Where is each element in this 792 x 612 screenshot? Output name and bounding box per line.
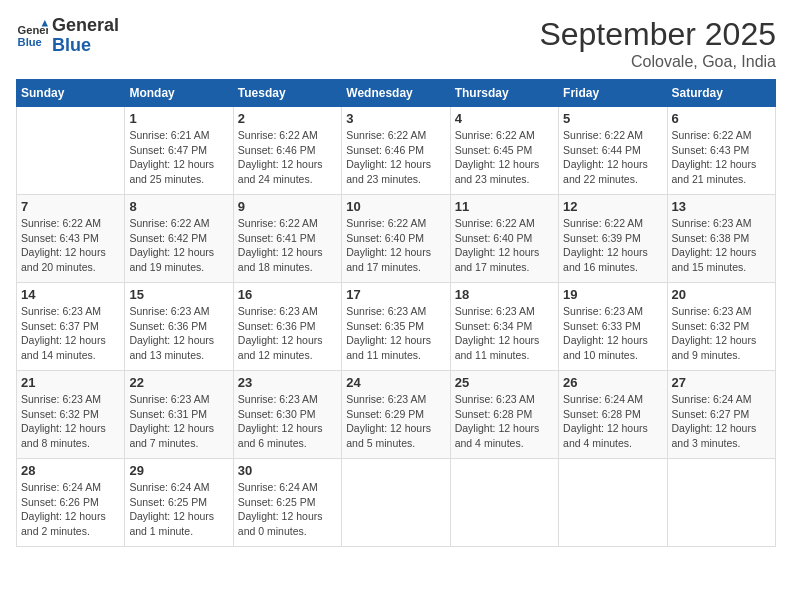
day-info: Sunrise: 6:24 AM Sunset: 6:26 PM Dayligh… [21,480,120,539]
day-number: 5 [563,111,662,126]
day-number: 30 [238,463,337,478]
calendar-cell: 24Sunrise: 6:23 AM Sunset: 6:29 PM Dayli… [342,371,450,459]
weekday-header-sunday: Sunday [17,80,125,107]
calendar-cell: 15Sunrise: 6:23 AM Sunset: 6:36 PM Dayli… [125,283,233,371]
day-number: 6 [672,111,771,126]
calendar-cell [559,459,667,547]
calendar-cell: 27Sunrise: 6:24 AM Sunset: 6:27 PM Dayli… [667,371,775,459]
calendar-cell [17,107,125,195]
week-row-4: 21Sunrise: 6:23 AM Sunset: 6:32 PM Dayli… [17,371,776,459]
day-number: 7 [21,199,120,214]
calendar-cell: 28Sunrise: 6:24 AM Sunset: 6:26 PM Dayli… [17,459,125,547]
day-number: 15 [129,287,228,302]
day-number: 8 [129,199,228,214]
calendar-cell [667,459,775,547]
day-info: Sunrise: 6:23 AM Sunset: 6:29 PM Dayligh… [346,392,445,451]
calendar-cell: 5Sunrise: 6:22 AM Sunset: 6:44 PM Daylig… [559,107,667,195]
day-info: Sunrise: 6:23 AM Sunset: 6:28 PM Dayligh… [455,392,554,451]
day-info: Sunrise: 6:23 AM Sunset: 6:32 PM Dayligh… [672,304,771,363]
calendar-cell: 17Sunrise: 6:23 AM Sunset: 6:35 PM Dayli… [342,283,450,371]
calendar-cell: 21Sunrise: 6:23 AM Sunset: 6:32 PM Dayli… [17,371,125,459]
calendar-cell: 20Sunrise: 6:23 AM Sunset: 6:32 PM Dayli… [667,283,775,371]
calendar-cell: 3Sunrise: 6:22 AM Sunset: 6:46 PM Daylig… [342,107,450,195]
day-number: 20 [672,287,771,302]
day-info: Sunrise: 6:22 AM Sunset: 6:46 PM Dayligh… [346,128,445,187]
title-block: September 2025 Colovale, Goa, India [539,16,776,71]
calendar-cell: 9Sunrise: 6:22 AM Sunset: 6:41 PM Daylig… [233,195,341,283]
day-info: Sunrise: 6:22 AM Sunset: 6:41 PM Dayligh… [238,216,337,275]
day-number: 12 [563,199,662,214]
day-info: Sunrise: 6:22 AM Sunset: 6:43 PM Dayligh… [672,128,771,187]
day-number: 22 [129,375,228,390]
week-row-2: 7Sunrise: 6:22 AM Sunset: 6:43 PM Daylig… [17,195,776,283]
day-info: Sunrise: 6:22 AM Sunset: 6:40 PM Dayligh… [455,216,554,275]
day-info: Sunrise: 6:22 AM Sunset: 6:46 PM Dayligh… [238,128,337,187]
day-number: 14 [21,287,120,302]
calendar-table: SundayMondayTuesdayWednesdayThursdayFrid… [16,79,776,547]
day-info: Sunrise: 6:24 AM Sunset: 6:28 PM Dayligh… [563,392,662,451]
day-number: 10 [346,199,445,214]
logo: General Blue General Blue [16,16,119,56]
day-number: 21 [21,375,120,390]
week-row-5: 28Sunrise: 6:24 AM Sunset: 6:26 PM Dayli… [17,459,776,547]
day-number: 18 [455,287,554,302]
day-number: 26 [563,375,662,390]
day-info: Sunrise: 6:22 AM Sunset: 6:45 PM Dayligh… [455,128,554,187]
day-info: Sunrise: 6:22 AM Sunset: 6:42 PM Dayligh… [129,216,228,275]
day-info: Sunrise: 6:22 AM Sunset: 6:44 PM Dayligh… [563,128,662,187]
day-number: 29 [129,463,228,478]
calendar-cell: 16Sunrise: 6:23 AM Sunset: 6:36 PM Dayli… [233,283,341,371]
logo-icon: General Blue [16,20,48,52]
day-number: 1 [129,111,228,126]
svg-marker-2 [42,20,48,26]
day-info: Sunrise: 6:22 AM Sunset: 6:40 PM Dayligh… [346,216,445,275]
day-number: 11 [455,199,554,214]
weekday-header-monday: Monday [125,80,233,107]
calendar-cell: 26Sunrise: 6:24 AM Sunset: 6:28 PM Dayli… [559,371,667,459]
day-number: 19 [563,287,662,302]
svg-text:Blue: Blue [18,35,42,47]
day-number: 24 [346,375,445,390]
month-title: September 2025 [539,16,776,53]
day-info: Sunrise: 6:23 AM Sunset: 6:32 PM Dayligh… [21,392,120,451]
day-number: 23 [238,375,337,390]
weekday-header-thursday: Thursday [450,80,558,107]
day-info: Sunrise: 6:23 AM Sunset: 6:31 PM Dayligh… [129,392,228,451]
weekday-header-saturday: Saturday [667,80,775,107]
day-number: 3 [346,111,445,126]
day-info: Sunrise: 6:24 AM Sunset: 6:25 PM Dayligh… [238,480,337,539]
calendar-cell: 2Sunrise: 6:22 AM Sunset: 6:46 PM Daylig… [233,107,341,195]
calendar-cell: 4Sunrise: 6:22 AM Sunset: 6:45 PM Daylig… [450,107,558,195]
calendar-cell: 13Sunrise: 6:23 AM Sunset: 6:38 PM Dayli… [667,195,775,283]
day-info: Sunrise: 6:21 AM Sunset: 6:47 PM Dayligh… [129,128,228,187]
day-info: Sunrise: 6:23 AM Sunset: 6:36 PM Dayligh… [129,304,228,363]
calendar-cell [450,459,558,547]
calendar-cell: 30Sunrise: 6:24 AM Sunset: 6:25 PM Dayli… [233,459,341,547]
day-number: 27 [672,375,771,390]
calendar-cell: 25Sunrise: 6:23 AM Sunset: 6:28 PM Dayli… [450,371,558,459]
day-info: Sunrise: 6:23 AM Sunset: 6:33 PM Dayligh… [563,304,662,363]
day-number: 4 [455,111,554,126]
weekday-header-friday: Friday [559,80,667,107]
calendar-cell: 22Sunrise: 6:23 AM Sunset: 6:31 PM Dayli… [125,371,233,459]
page-header: General Blue General Blue September 2025… [16,16,776,71]
day-number: 25 [455,375,554,390]
weekday-header-wednesday: Wednesday [342,80,450,107]
day-number: 9 [238,199,337,214]
calendar-cell: 1Sunrise: 6:21 AM Sunset: 6:47 PM Daylig… [125,107,233,195]
day-info: Sunrise: 6:23 AM Sunset: 6:34 PM Dayligh… [455,304,554,363]
calendar-cell [342,459,450,547]
calendar-cell: 6Sunrise: 6:22 AM Sunset: 6:43 PM Daylig… [667,107,775,195]
day-info: Sunrise: 6:23 AM Sunset: 6:30 PM Dayligh… [238,392,337,451]
day-info: Sunrise: 6:22 AM Sunset: 6:39 PM Dayligh… [563,216,662,275]
day-number: 28 [21,463,120,478]
calendar-cell: 29Sunrise: 6:24 AM Sunset: 6:25 PM Dayli… [125,459,233,547]
calendar-cell: 18Sunrise: 6:23 AM Sunset: 6:34 PM Dayli… [450,283,558,371]
week-row-1: 1Sunrise: 6:21 AM Sunset: 6:47 PM Daylig… [17,107,776,195]
day-number: 2 [238,111,337,126]
day-info: Sunrise: 6:23 AM Sunset: 6:35 PM Dayligh… [346,304,445,363]
day-info: Sunrise: 6:23 AM Sunset: 6:37 PM Dayligh… [21,304,120,363]
day-number: 16 [238,287,337,302]
calendar-cell: 7Sunrise: 6:22 AM Sunset: 6:43 PM Daylig… [17,195,125,283]
week-row-3: 14Sunrise: 6:23 AM Sunset: 6:37 PM Dayli… [17,283,776,371]
